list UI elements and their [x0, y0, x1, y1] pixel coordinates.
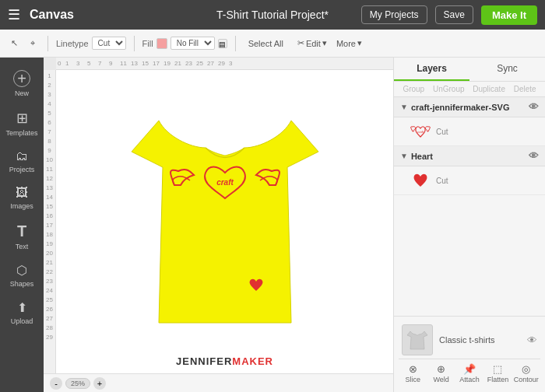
vruler-18: 18: [46, 230, 53, 240]
canvas-area-row: 1 2 3 4 5 6 7 8 9 10 11 12 13 14 15 16 1…: [44, 70, 393, 373]
fill-pattern-icon: ▤: [218, 39, 227, 48]
vruler-5: 5: [47, 109, 51, 118]
vruler-22: 22: [46, 268, 53, 277]
sidebar-item-text[interactable]: T Text: [0, 216, 44, 257]
chevron-heart-icon: ▼: [400, 152, 408, 160]
slice-tab[interactable]: ⊗ Slice: [399, 359, 427, 387]
vruler-8: 8: [47, 137, 51, 146]
layer-craft-thumb: craft: [410, 121, 431, 142]
eye-preview-icon[interactable]: 👁: [527, 334, 537, 346]
sidebar-item-shapes-label: Shapes: [10, 280, 34, 288]
zoom-out-button[interactable]: -: [50, 377, 62, 390]
group-button[interactable]: Group: [403, 85, 424, 93]
layer-group-craft-header[interactable]: ▼ craft-jennifermaker-SVG 👁: [394, 97, 545, 117]
delete-button[interactable]: Delete: [514, 85, 536, 93]
ruler-mark-29: 29: [218, 60, 229, 67]
select-all-button[interactable]: Select All: [244, 37, 288, 51]
contour-tab[interactable]: ◎ Contour: [512, 359, 540, 387]
scissors-icon: ✂: [297, 38, 304, 48]
toolbar-sep-1: [47, 36, 48, 51]
small-heart: [248, 278, 264, 296]
vruler-13: 13: [46, 184, 53, 193]
eye-craft-icon[interactable]: 👁: [529, 101, 539, 113]
vruler-19: 19: [46, 240, 53, 249]
sidebar-item-images[interactable]: 🖼 Images: [0, 180, 44, 216]
ruler-mark-25: 25: [196, 60, 207, 67]
new-icon: +: [13, 70, 30, 87]
maker-text: MAKER: [232, 355, 273, 367]
edit-button[interactable]: ✂ Edit ▾: [293, 36, 332, 51]
weld-icon: ⊕: [437, 363, 445, 375]
slice-label: Slice: [405, 376, 420, 383]
make-it-button[interactable]: Make It: [481, 5, 537, 25]
shapes-icon: ⬡: [16, 263, 27, 278]
vruler-1: 1: [47, 72, 51, 81]
ruler-mark-15: 15: [142, 60, 153, 67]
ruler-origin: 0: [58, 60, 65, 67]
vruler-12: 12: [46, 174, 53, 184]
layer-craft-preview: craft: [410, 123, 431, 140]
vruler-3: 3: [47, 90, 51, 100]
sidebar-item-projects[interactable]: 🗂 Projects: [0, 143, 44, 180]
hamburger-icon[interactable]: ☰: [8, 6, 20, 23]
classic-tshirts-label: Classic t-shirts: [439, 335, 495, 345]
crop-tool-button[interactable]: ⌖: [26, 36, 40, 51]
fill-color-swatch[interactable]: [156, 38, 167, 49]
ruler-mark-9: 9: [109, 60, 120, 67]
attach-icon: 📌: [463, 363, 476, 375]
linetype-group: Linetype Cut: [56, 37, 126, 50]
zoom-in-button[interactable]: +: [93, 377, 106, 390]
vertical-ruler: 1 2 3 4 5 6 7 8 9 10 11 12 13 14 15 16 1…: [44, 70, 56, 373]
my-projects-button[interactable]: My Projects: [361, 5, 427, 24]
pointer-tool-button[interactable]: ↖: [6, 36, 23, 51]
layer-item-heart[interactable]: Cut: [394, 166, 545, 195]
canvas-bottom-bar: - 25% +: [44, 373, 393, 392]
vruler-9: 9: [47, 146, 51, 156]
flatten-tab[interactable]: ⬚ Flatten: [483, 359, 512, 387]
templates-icon: ⊞: [16, 110, 28, 127]
ungroup-button[interactable]: UnGroup: [433, 85, 465, 93]
layer-group-heart-header[interactable]: ▼ Heart 👁: [394, 146, 545, 166]
bottom-action-tabs: ⊗ Slice ⊕ Weld 📌 Attach ⬚ Flatten ◎ C: [399, 359, 540, 387]
vruler-15: 15: [46, 202, 53, 212]
vruler-23: 23: [46, 277, 53, 286]
vruler-29: 29: [46, 333, 53, 342]
flatten-icon: ⬚: [493, 363, 502, 375]
sidebar-item-templates[interactable]: ⊞ Templates: [0, 103, 44, 143]
main-content: + New ⊞ Templates 🗂 Projects 🖼 Images T …: [0, 58, 545, 392]
vruler-4: 4: [47, 100, 51, 109]
sidebar-item-text-label: Text: [16, 243, 29, 250]
ruler-mark-7: 7: [98, 60, 109, 67]
attach-tab[interactable]: 📌 Attach: [455, 359, 483, 387]
layers-toolbar: Group UnGroup Duplicate Delete: [394, 82, 545, 97]
weld-tab[interactable]: ⊕ Weld: [427, 359, 455, 387]
sidebar-item-upload[interactable]: ⬆ Upload: [0, 294, 44, 331]
ruler-mark-1: 1: [65, 60, 76, 67]
fill-select[interactable]: No Fill: [171, 37, 215, 50]
linetype-label: Linetype: [56, 39, 89, 48]
chevron-craft-icon: ▼: [400, 103, 408, 111]
jennifer-text: JENNIFER: [176, 355, 232, 367]
eye-heart-icon[interactable]: 👁: [529, 150, 539, 162]
svg-text:craft: craft: [216, 178, 234, 187]
sidebar-item-new[interactable]: + New: [0, 64, 44, 103]
tab-layers[interactable]: Layers: [394, 58, 469, 81]
duplicate-button[interactable]: Duplicate: [473, 85, 505, 93]
text-icon: T: [17, 222, 26, 240]
layer-heart-preview: [412, 173, 429, 188]
canvas-area[interactable]: craft JENNIFERMAKER: [56, 70, 393, 373]
contour-icon: ◎: [522, 363, 530, 375]
tab-sync[interactable]: Sync: [469, 58, 545, 81]
linetype-select[interactable]: Cut: [92, 37, 126, 50]
attach-label: Attach: [459, 376, 480, 383]
save-button[interactable]: Save: [435, 5, 473, 24]
svg-text:craft: craft: [417, 130, 424, 134]
sidebar-item-shapes[interactable]: ⬡ Shapes: [0, 257, 44, 294]
images-icon: 🖼: [16, 186, 28, 200]
projects-icon: 🗂: [16, 149, 28, 163]
layers-content: ▼ craft-jennifermaker-SVG 👁 craft Cut: [394, 97, 545, 316]
small-heart-svg: [248, 278, 264, 292]
more-button[interactable]: More ▾: [336, 38, 362, 48]
sidebar-item-images-label: Images: [10, 202, 33, 210]
layer-item-craft[interactable]: craft Cut: [394, 117, 545, 146]
